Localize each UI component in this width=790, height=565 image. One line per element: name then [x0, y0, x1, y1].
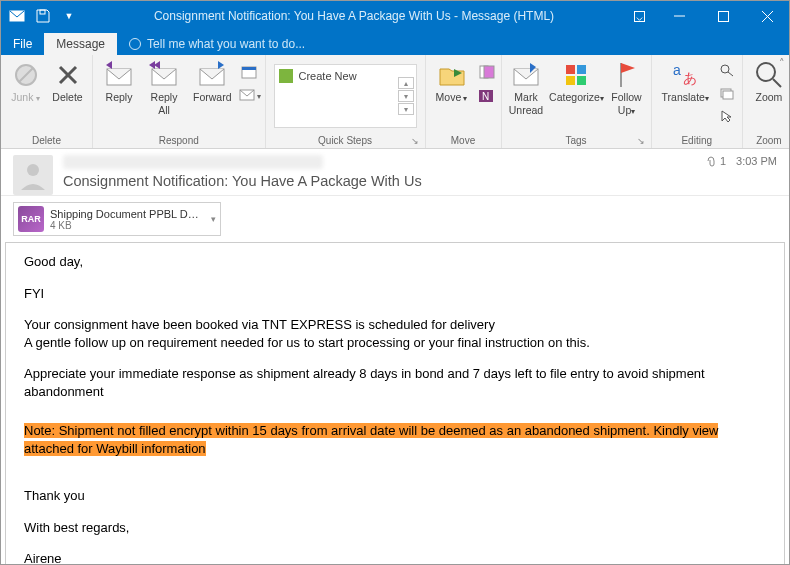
create-new-quickstep[interactable]: Create New [279, 69, 357, 83]
paperclip-icon [705, 155, 717, 167]
ribbon-expand-icon[interactable] [631, 8, 647, 24]
move-button[interactable]: Move ▾ [430, 57, 474, 106]
move-label: Move [436, 91, 462, 103]
svg-rect-17 [484, 66, 494, 78]
dialog-launcher-icon[interactable]: ↘ [411, 136, 419, 146]
zoom-label: Zoom [755, 91, 782, 104]
zoom-group-label: Zoom [747, 135, 790, 148]
quicksteps-group-label: Quick Steps [318, 135, 372, 146]
body-line: Thank you [24, 487, 766, 505]
reply-all-icon [148, 59, 180, 91]
svg-line-32 [773, 79, 781, 87]
reply-label: Reply [106, 91, 133, 104]
svg-text:あ: あ [683, 70, 697, 86]
titlebar: ▼ Consignment Notification: You Have A P… [1, 1, 789, 31]
mark-unread-button[interactable]: Mark Unread [506, 57, 547, 118]
follow-up-label: Follow Up [611, 91, 641, 116]
move-group-label: Move [430, 135, 497, 148]
body-line: Your consignment have been booked via TN… [24, 316, 766, 351]
translate-icon: aあ [669, 59, 701, 91]
junk-label: Junk [11, 91, 33, 103]
mark-unread-icon [510, 59, 542, 91]
meeting-button[interactable] [239, 61, 261, 83]
dialog-launcher-icon[interactable]: ↘ [637, 136, 645, 146]
svg-text:a: a [673, 62, 681, 78]
editing-group-label: Editing [656, 135, 738, 148]
related-button[interactable] [716, 82, 738, 104]
attachment-size: 4 KB [50, 220, 200, 231]
body-line: FYI [24, 285, 766, 303]
rar-icon: RAR [18, 206, 44, 232]
move-folder-icon [436, 59, 468, 91]
attachment-item[interactable]: RAR Shipping Document PPBL Draft.r00 4 K… [13, 202, 221, 236]
svg-rect-21 [566, 65, 575, 74]
close-button[interactable] [745, 1, 789, 31]
plus-icon [279, 69, 293, 83]
attachment-name: Shipping Document PPBL Draft.r00 [50, 208, 200, 220]
svg-point-33 [27, 164, 39, 176]
categorize-icon [560, 59, 592, 91]
body-line: With best regards, [24, 519, 766, 537]
tell-me-search[interactable]: Tell me what you want to do... [117, 33, 317, 55]
svg-rect-24 [577, 76, 586, 85]
collapse-ribbon-icon[interactable]: ˄ [779, 57, 785, 70]
svg-line-28 [728, 72, 733, 76]
reply-icon [103, 59, 135, 91]
translate-button[interactable]: aあ Translate▾ [656, 57, 715, 106]
chevron-down-icon[interactable]: ▾ [211, 214, 216, 224]
tab-message[interactable]: Message [44, 33, 117, 55]
email-time: 3:03 PM [736, 155, 777, 167]
delete-button[interactable]: Delete [47, 57, 88, 106]
follow-up-button[interactable]: Follow Up▾ [607, 57, 647, 118]
window-title: Consignment Notification: You Have A Pac… [77, 9, 631, 23]
reply-all-button[interactable]: Reply All [142, 57, 186, 118]
more-respond-button[interactable]: ▾ [239, 85, 261, 107]
svg-text:N: N [482, 91, 489, 102]
reply-button[interactable]: Reply [97, 57, 141, 106]
respond-group-label: Respond [159, 135, 199, 146]
message-body[interactable]: Good day, FYI Your consignment have been… [5, 242, 785, 565]
attachment-indicator: 1 [705, 155, 726, 167]
forward-button[interactable]: Forward [187, 57, 238, 106]
svg-point-31 [757, 63, 775, 81]
find-button[interactable] [716, 59, 738, 81]
quicksteps-scroll[interactable]: ▴▾▾ [398, 77, 414, 115]
svg-rect-30 [723, 91, 733, 99]
svg-rect-3 [718, 11, 728, 21]
save-icon[interactable] [35, 8, 51, 24]
flag-icon [611, 59, 643, 91]
body-line: Good day, [24, 253, 766, 271]
ribbon-tabs: File Message Tell me what you want to do… [1, 31, 789, 55]
maximize-button[interactable] [701, 1, 745, 31]
body-note: Note: Shipment not filled encrypt within… [24, 422, 766, 457]
tab-file[interactable]: File [1, 33, 44, 55]
svg-rect-22 [577, 65, 586, 74]
qat-dropdown-icon[interactable]: ▼ [61, 8, 77, 24]
svg-point-27 [721, 65, 729, 73]
junk-button[interactable]: Junk ▾ [5, 57, 46, 106]
svg-rect-14 [242, 67, 256, 70]
lightbulb-icon [129, 38, 141, 50]
svg-rect-23 [566, 76, 575, 85]
translate-label: Translate [662, 91, 705, 103]
onenote-button[interactable]: N [475, 85, 497, 107]
rules-button[interactable] [475, 61, 497, 83]
svg-rect-1 [40, 10, 45, 14]
email-subject: Consignment Notification: You Have A Pac… [63, 173, 695, 189]
mark-unread-label: Mark Unread [509, 91, 543, 116]
tell-me-label: Tell me what you want to do... [147, 37, 305, 51]
categorize-button[interactable]: Categorize▾ [547, 57, 605, 106]
app-icon [9, 8, 25, 24]
minimize-button[interactable] [657, 1, 701, 31]
reply-all-label: Reply All [151, 91, 178, 116]
quicksteps-gallery[interactable]: Create New ▴▾▾ [274, 64, 417, 128]
sender-name [63, 155, 323, 169]
attachment-bar: RAR Shipping Document PPBL Draft.r00 4 K… [1, 196, 789, 242]
attachment-count: 1 [720, 155, 726, 167]
select-button[interactable] [716, 105, 738, 127]
forward-icon [196, 59, 228, 91]
ribbon: Junk ▾ Delete Delete Reply Reply All For… [1, 55, 789, 149]
delete-group-label: Delete [5, 135, 88, 148]
delete-x-icon [52, 59, 84, 91]
forward-label: Forward [193, 91, 232, 104]
